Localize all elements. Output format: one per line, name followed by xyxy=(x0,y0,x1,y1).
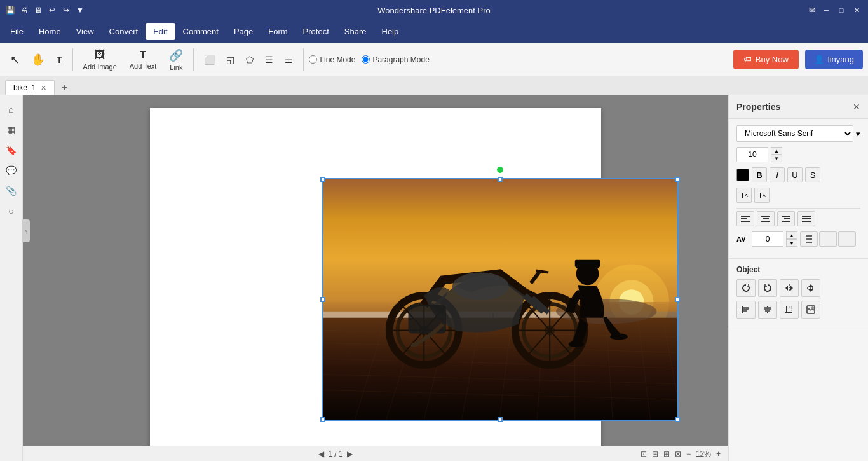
sidebar-item-signature[interactable]: ○ xyxy=(3,202,20,220)
align-center-button[interactable] xyxy=(757,211,775,226)
user-button[interactable]: 👤 linyang xyxy=(805,50,863,69)
select-tool-button[interactable]: ↖ xyxy=(5,46,25,74)
close-button[interactable]: ✕ xyxy=(850,4,863,17)
strikethrough-button[interactable]: S xyxy=(805,167,820,182)
superscript-button[interactable]: TA xyxy=(736,188,752,203)
sidebar-item-bookmark[interactable]: 🔖 xyxy=(3,141,20,159)
handle-bottom-middle[interactable] xyxy=(498,417,503,422)
menu-file[interactable]: File xyxy=(3,23,31,40)
mail-icon[interactable]: ✉ xyxy=(807,5,817,15)
char-spacing-down-button[interactable]: ▼ xyxy=(786,239,797,247)
char-spacing-spinners: ▲ ▼ xyxy=(786,231,797,247)
subscript-button[interactable]: TA xyxy=(754,188,770,203)
maximize-button[interactable]: □ xyxy=(835,4,848,17)
rotate-handle[interactable] xyxy=(497,167,503,173)
line-spacing-option1[interactable] xyxy=(819,231,837,247)
dropdown-icon[interactable]: ▼ xyxy=(75,5,85,15)
sidebar-collapse-handle[interactable]: ‹ xyxy=(22,219,30,242)
image-selection-box[interactable] xyxy=(322,178,679,421)
menu-view[interactable]: View xyxy=(69,23,102,40)
bold-button[interactable]: B xyxy=(752,167,767,182)
italic-button[interactable]: I xyxy=(770,167,785,182)
handle-left-middle[interactable] xyxy=(320,297,325,302)
replace-image-button[interactable] xyxy=(801,301,820,319)
buy-now-label: Buy Now xyxy=(756,55,789,64)
zoom-in-button[interactable]: + xyxy=(716,450,721,458)
align-justify-button[interactable] xyxy=(797,211,815,226)
align-left-button[interactable] xyxy=(736,211,754,226)
underline-button[interactable]: U xyxy=(787,167,803,182)
sidebar-item-attachment[interactable]: 📎 xyxy=(3,182,20,200)
font-size-down-button[interactable]: ▼ xyxy=(771,155,782,162)
area-tool-button[interactable]: ◱ xyxy=(221,46,240,74)
sidebar-item-home[interactable]: ⌂ xyxy=(3,100,20,118)
char-spacing-input[interactable] xyxy=(752,231,783,247)
handle-bottom-right[interactable] xyxy=(675,417,680,422)
menu-page[interactable]: Page xyxy=(226,23,261,40)
window-controls: ✉ ─ □ ✕ xyxy=(807,4,863,17)
menu-form[interactable]: Form xyxy=(261,23,295,40)
menu-protect[interactable]: Protect xyxy=(295,23,337,40)
line-spacing-option2[interactable] xyxy=(838,231,856,247)
prev-page-button[interactable]: ◀ xyxy=(318,450,324,458)
handle-bottom-left[interactable] xyxy=(320,417,325,422)
menu-share[interactable]: Share xyxy=(337,23,374,40)
add-text-button[interactable]: T Add Text xyxy=(125,46,162,74)
char-spacing-up-button[interactable]: ▲ xyxy=(786,231,797,239)
undo-icon[interactable]: ↩ xyxy=(47,5,57,15)
redo-icon[interactable]: ↪ xyxy=(61,5,71,15)
tab-close-button[interactable]: ✕ xyxy=(41,84,46,92)
line-spacing-icon[interactable] xyxy=(800,231,818,247)
flip-horizontal-button[interactable] xyxy=(780,279,799,297)
handle-right-middle[interactable] xyxy=(675,297,680,302)
crop-image-button[interactable] xyxy=(780,301,799,319)
font-size-up-button[interactable]: ▲ xyxy=(771,147,782,155)
save-icon[interactable]: 💾 xyxy=(5,5,15,15)
handle-top-middle[interactable] xyxy=(498,177,503,182)
polygon-tool-button[interactable]: ⬠ xyxy=(241,46,259,74)
menu-convert[interactable]: Convert xyxy=(102,23,146,40)
menu-edit[interactable]: Edit xyxy=(146,23,175,40)
flip-vertical-button[interactable] xyxy=(801,279,820,297)
menu-help[interactable]: Help xyxy=(374,23,407,40)
minimize-button[interactable]: ─ xyxy=(820,4,832,17)
font-color-swatch[interactable] xyxy=(736,169,749,181)
titlebar-left: 💾 🖨 🖥 ↩ ↪ ▼ xyxy=(5,5,85,15)
sidebar-item-comment[interactable]: 💬 xyxy=(3,162,20,179)
edit-content-button[interactable]: T xyxy=(51,46,67,74)
single-page-icon[interactable]: ⊟ xyxy=(652,450,658,458)
handle-top-left[interactable] xyxy=(320,177,325,182)
buy-now-button[interactable]: 🏷 Buy Now xyxy=(733,50,799,69)
handle-top-right[interactable] xyxy=(675,177,680,182)
print-icon[interactable]: 🖨 xyxy=(19,5,29,15)
columns-button[interactable]: ⚌ xyxy=(280,46,298,74)
font-name-select[interactable]: Microsoft Sans Serif xyxy=(736,125,853,142)
panel-close-button[interactable]: ✕ xyxy=(853,102,860,112)
fit-page-icon[interactable]: ⊡ xyxy=(641,450,647,458)
zoom-out-button[interactable]: − xyxy=(686,450,691,458)
two-page-icon[interactable]: ⊞ xyxy=(663,450,670,458)
scroll-icon[interactable]: ⊠ xyxy=(675,450,681,458)
add-image-button[interactable]: 🖼 Add Image xyxy=(78,46,122,74)
font-size-input[interactable] xyxy=(736,147,768,162)
menu-comment[interactable]: Comment xyxy=(175,23,226,40)
pan-tool-button[interactable]: ✋ xyxy=(26,46,50,74)
text-block-button[interactable]: ☰ xyxy=(260,46,278,74)
menu-home[interactable]: Home xyxy=(31,23,69,40)
next-page-button[interactable]: ▶ xyxy=(347,450,353,458)
rotate-ccw-button[interactable] xyxy=(736,279,756,297)
tab-bike1[interactable]: bike_1 ✕ xyxy=(5,80,55,95)
properties-panel: Properties ✕ Microsoft Sans Serif ▾ ▲ ▼ xyxy=(728,95,868,461)
line-mode-radio[interactable]: Line Mode xyxy=(309,55,355,64)
align-right-button[interactable] xyxy=(777,211,795,226)
link-button[interactable]: 🔗 Link xyxy=(164,46,188,74)
paragraph-mode-radio[interactable]: Paragraph Mode xyxy=(362,55,429,64)
align-object-left-button[interactable] xyxy=(736,301,756,319)
object-tools-row-1 xyxy=(736,279,860,297)
crop-tool-button[interactable]: ⬜ xyxy=(199,46,220,74)
tab-add-button[interactable]: + xyxy=(57,81,71,95)
align-object-center-button[interactable] xyxy=(758,301,777,319)
rotate-cw-button[interactable] xyxy=(758,279,777,297)
monitor-icon[interactable]: 🖥 xyxy=(33,5,43,15)
sidebar-item-thumbnail[interactable]: ▦ xyxy=(3,121,20,139)
